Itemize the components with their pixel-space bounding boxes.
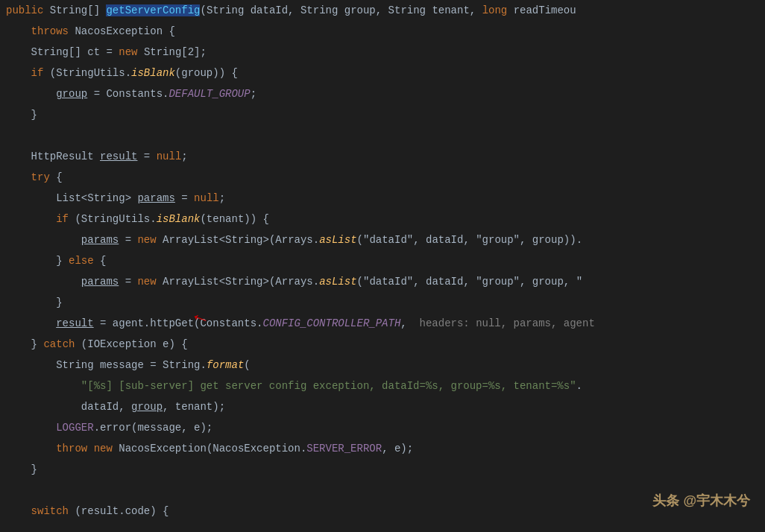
code-line: dataId, group, tenant);: [0, 396, 765, 417]
code-token: group: [56, 88, 87, 100]
code-token: <: [81, 192, 87, 204]
code-token: = Constants.: [87, 88, 169, 100]
code-token: [6, 276, 81, 288]
code-token: [6, 505, 31, 517]
code-token: CONFIG_CONTROLLER_PATH: [262, 317, 400, 329]
code-content: String message = String.format(: [6, 355, 251, 376]
code-line: public String[] getServerConfig(String d…: [0, 0, 765, 21]
code-token: .: [576, 234, 582, 246]
code-token: [6, 234, 81, 246]
code-token: DEFAULT_GROUP: [169, 88, 250, 100]
code-content: params = new ArrayList<String>(Arrays.as…: [6, 271, 582, 292]
code-line: switch (result.code) {: [0, 501, 765, 522]
code-token: (tenant)) {: [200, 213, 268, 225]
code-token: asList: [319, 234, 356, 246]
code-token: "[%s] [sub-server] get server config exc…: [81, 380, 576, 392]
code-token: long: [482, 4, 508, 16]
code-content: public String[] getServerConfig(String d…: [6, 0, 576, 21]
code-token: [6, 359, 56, 371]
code-content: }: [6, 292, 63, 313]
watermark: 头条 @宇木木兮: [652, 492, 750, 510]
code-line: [0, 125, 765, 146]
code-token: new: [94, 443, 113, 455]
code-token: throw: [56, 443, 87, 455]
code-token: params: [81, 234, 119, 246]
code-token: }: [6, 255, 69, 267]
code-content: String[] ct = new String[2];: [6, 42, 207, 63]
code-token: .: [576, 380, 582, 392]
code-content: [6, 125, 12, 146]
code-token: .: [200, 359, 206, 371]
code-content: }: [6, 459, 37, 480]
code-token: }: [6, 297, 63, 308]
code-content: params = new ArrayList<String>(Arrays.as…: [6, 229, 582, 250]
code-content: "[%s] [sub-server] get server config exc…: [6, 376, 582, 396]
code-token: null: [157, 151, 182, 162]
code-token: String: [50, 4, 87, 16]
code-token: headers: null, params, agent: [420, 317, 595, 329]
code-token: catch: [43, 338, 75, 350]
code-token: }: [6, 109, 37, 121]
code-token: [6, 443, 56, 455]
code-token: try: [31, 171, 50, 183]
code-line: } else {: [0, 250, 765, 271]
code-token: .error(message, e);: [94, 422, 213, 434]
code-token: isBlank: [131, 67, 175, 79]
code-token: isBlank: [157, 213, 201, 225]
code-token: new: [119, 46, 137, 58]
code-token: List: [56, 192, 81, 204]
code-line: throw new NacosException(NacosException.…: [0, 438, 765, 459]
code-token: NacosException {: [69, 25, 175, 37]
code-token: readTimeou: [507, 4, 576, 16]
code-line: LOGGER.error(message, e);: [0, 417, 765, 438]
code-token: String: [163, 359, 200, 371]
code-token: (: [244, 359, 250, 371]
code-content: if (StringUtils.isBlank(group)) {: [6, 63, 238, 83]
code-token: String: [31, 46, 69, 58]
code-token: >(Arrays.: [263, 276, 320, 288]
code-line: params = new ArrayList<String>(Arrays.as…: [0, 229, 765, 250]
code-line: if (StringUtils.isBlank(tenant)) {: [0, 209, 765, 229]
code-token: ("dataId", dataId, "group", group)): [357, 234, 576, 246]
code-token: if: [56, 213, 69, 225]
code-token: [6, 88, 56, 100]
code-token: (: [200, 4, 206, 16]
code-token: [2];: [181, 46, 207, 58]
code-token: String: [56, 359, 93, 371]
code-token: group: [131, 401, 163, 413]
code-token: new: [137, 276, 156, 288]
code-token: new: [137, 234, 156, 246]
code-token: String: [225, 276, 262, 288]
code-editor: public String[] getServerConfig(String d…: [0, 0, 765, 532]
code-token: = agent.httpGet(Constants.: [94, 317, 263, 329]
code-content: List<String> params = null;: [6, 188, 225, 209]
code-line: String[] ct = new String[2];: [0, 42, 765, 63]
code-token: {: [50, 171, 63, 183]
code-line: }: [0, 104, 765, 125]
code-line: }: [0, 459, 765, 480]
code-token: }: [6, 338, 43, 350]
code-token: }: [6, 463, 37, 475]
code-line: throws NacosException {: [0, 21, 765, 42]
code-token: ;: [181, 151, 187, 162]
code-block: public String[] getServerConfig(String d…: [0, 0, 765, 522]
code-token: String: [225, 234, 262, 246]
code-token: NacosException(NacosException.: [113, 443, 306, 455]
code-token: params: [137, 192, 174, 204]
code-token: params: [81, 276, 119, 288]
code-token: [6, 151, 31, 162]
code-token: group,: [338, 4, 388, 16]
code-token: [87, 443, 93, 455]
code-content: } catch (IOException e) {: [6, 334, 188, 355]
code-token: [6, 213, 56, 225]
code-token: asList: [319, 276, 356, 288]
code-content: } else {: [6, 250, 106, 271]
code-token: String: [144, 46, 181, 58]
code-token: switch: [31, 505, 69, 517]
code-content: group = Constants.DEFAULT_GROUP;: [6, 83, 256, 104]
code-line: try {: [0, 167, 765, 188]
code-token: dataId,: [6, 401, 131, 413]
code-token: =: [137, 151, 156, 162]
code-line: result = agent.httpGet(Constants.CONFIG_…: [0, 313, 765, 334]
code-line: [0, 480, 765, 501]
